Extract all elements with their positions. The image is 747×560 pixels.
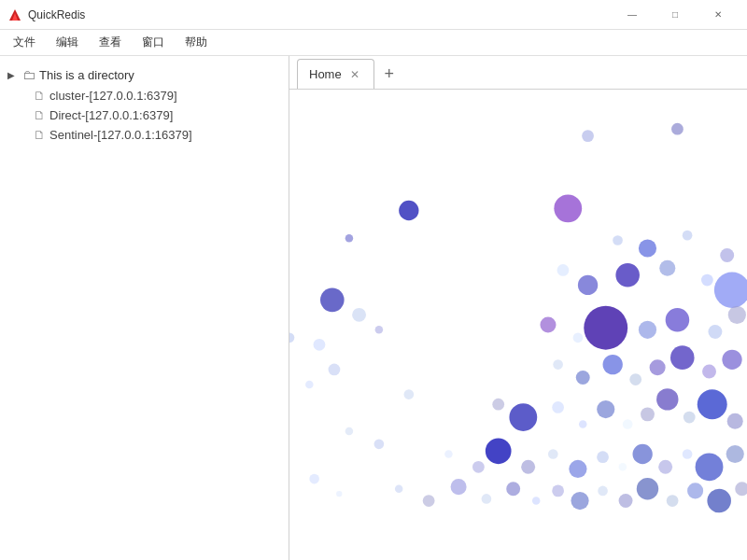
svg-point-68 (395, 485, 403, 494)
svg-point-29 (553, 359, 563, 370)
right-panel: Home ✕ + (289, 56, 747, 560)
file-icon: 🗋 (34, 108, 46, 122)
svg-point-9 (683, 231, 693, 241)
svg-point-3 (671, 123, 684, 135)
svg-point-7 (613, 235, 623, 245)
svg-point-67 (336, 491, 342, 497)
menu-item-文件[interactable]: 文件 (4, 31, 45, 54)
svg-point-50 (727, 413, 743, 429)
menu-item-查看[interactable]: 查看 (90, 31, 131, 54)
svg-point-13 (615, 263, 640, 287)
svg-point-12 (578, 275, 598, 295)
tab-bar: Home ✕ + (289, 56, 747, 90)
svg-point-57 (548, 449, 558, 459)
svg-point-62 (658, 460, 672, 474)
svg-point-33 (650, 359, 666, 375)
svg-point-11 (557, 264, 570, 276)
svg-point-2 (582, 130, 594, 142)
svg-point-77 (619, 494, 633, 508)
svg-point-14 (659, 260, 675, 276)
svg-point-43 (579, 420, 587, 428)
title-bar-left: QuickRedis (7, 7, 85, 22)
svg-point-10 (720, 248, 734, 262)
svg-point-73 (532, 497, 541, 505)
svg-point-81 (707, 489, 731, 513)
svg-point-80 (687, 483, 703, 498)
svg-point-54 (472, 461, 485, 473)
folder-icon: 🗀 (22, 67, 35, 82)
svg-point-20 (314, 339, 326, 351)
svg-point-69 (423, 495, 435, 507)
svg-point-65 (726, 445, 744, 463)
svg-point-74 (552, 485, 564, 497)
directory-item[interactable]: ▶ 🗀 This is a directory (0, 63, 289, 86)
svg-point-53 (444, 450, 453, 458)
svg-point-41 (509, 403, 537, 431)
svg-point-32 (629, 373, 641, 385)
tab-home-close[interactable]: ✕ (347, 67, 362, 82)
svg-point-27 (708, 325, 722, 339)
svg-point-26 (666, 308, 690, 332)
svg-point-22 (540, 316, 556, 332)
svg-point-44 (597, 400, 614, 418)
maximize-button[interactable]: □ (654, 0, 697, 30)
svg-point-56 (521, 460, 535, 474)
svg-point-35 (702, 365, 716, 379)
tree-item[interactable]: 🗋Sentinel-[127.0.0.1:16379] (0, 125, 289, 145)
tab-home[interactable]: Home ✕ (297, 59, 374, 89)
svg-point-55 (486, 438, 512, 464)
tab-add-button[interactable]: + (376, 61, 402, 87)
svg-point-52 (374, 440, 385, 450)
svg-point-21 (375, 326, 384, 334)
menu-item-窗口[interactable]: 窗口 (133, 31, 174, 54)
svg-point-38 (329, 364, 341, 376)
svg-point-82 (735, 482, 747, 496)
svg-point-79 (667, 495, 679, 507)
svg-point-18 (352, 308, 366, 322)
svg-point-47 (656, 388, 678, 410)
canvas-area (289, 90, 747, 560)
svg-point-75 (571, 492, 588, 510)
svg-point-24 (584, 306, 627, 350)
svg-point-61 (633, 444, 653, 464)
svg-point-37 (305, 381, 314, 389)
svg-point-60 (619, 463, 627, 471)
file-icon: 🗋 (34, 128, 46, 142)
tab-home-label: Home (309, 67, 342, 81)
svg-point-63 (683, 449, 693, 459)
svg-point-17 (320, 288, 345, 313)
tree-item[interactable]: 🗋Direct-[127.0.0.1:6379] (0, 105, 289, 125)
main-area: ▶ 🗀 This is a directory 🗋cluster-[127.0.… (0, 56, 747, 560)
svg-point-19 (289, 333, 294, 343)
svg-point-16 (714, 273, 747, 308)
file-icon: 🗋 (34, 89, 46, 103)
sidebar: ▶ 🗀 This is a directory 🗋cluster-[127.0.… (0, 56, 289, 560)
svg-point-45 (623, 419, 633, 429)
svg-point-72 (506, 482, 520, 496)
svg-point-28 (728, 306, 746, 324)
svg-point-31 (603, 355, 623, 374)
svg-point-70 (451, 479, 467, 495)
menu-item-编辑[interactable]: 编辑 (47, 31, 88, 54)
title-bar: QuickRedis — □ ✕ (0, 0, 747, 30)
svg-point-49 (698, 389, 727, 419)
svg-point-8 (639, 239, 656, 257)
tree-item-label: Direct-[127.0.0.1:6379] (49, 108, 173, 122)
svg-point-15 (701, 274, 713, 287)
tree-item[interactable]: 🗋cluster-[127.0.0.1:6379] (0, 86, 289, 105)
svg-point-48 (684, 412, 696, 424)
svg-point-34 (670, 345, 695, 370)
minimize-button[interactable]: — (611, 0, 654, 30)
svg-point-66 (309, 474, 319, 484)
title-bar-controls: — □ ✕ (611, 0, 740, 30)
svg-point-51 (345, 427, 354, 436)
svg-point-5 (345, 234, 354, 243)
svg-point-25 (639, 321, 656, 339)
svg-point-39 (404, 389, 415, 399)
menu-item-帮助[interactable]: 帮助 (176, 31, 217, 54)
svg-point-36 (722, 350, 741, 370)
close-button[interactable]: ✕ (697, 0, 740, 30)
svg-point-58 (569, 460, 586, 478)
svg-point-71 (482, 494, 492, 504)
menu-bar: 文件编辑查看窗口帮助 (0, 30, 747, 56)
